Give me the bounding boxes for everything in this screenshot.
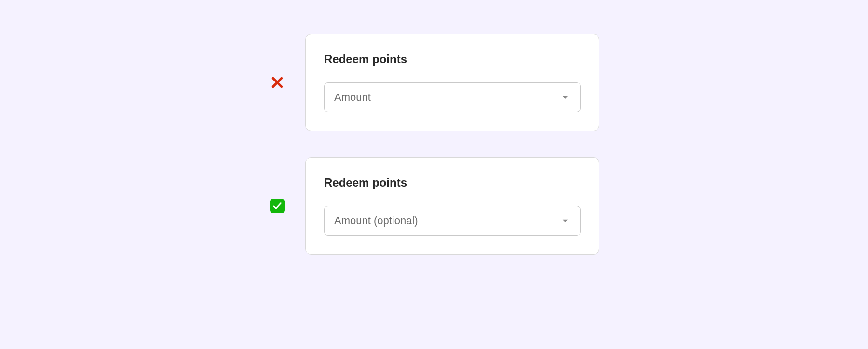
example-bad: Redeem points Amount (269, 34, 599, 131)
card-good: Redeem points Amount (optional) (305, 157, 599, 255)
caret-down-icon (550, 83, 580, 112)
example-good: Redeem points Amount (optional) (269, 157, 599, 255)
select-placeholder: Amount (325, 83, 550, 112)
select-placeholder: Amount (optional) (325, 206, 550, 235)
x-icon (269, 74, 286, 91)
card-bad: Redeem points Amount (305, 34, 599, 131)
card-title: Redeem points (324, 53, 581, 66)
check-icon (270, 199, 285, 213)
amount-select[interactable]: Amount (324, 82, 581, 112)
card-title: Redeem points (324, 176, 581, 189)
amount-select[interactable]: Amount (optional) (324, 206, 581, 236)
caret-down-icon (550, 206, 580, 235)
